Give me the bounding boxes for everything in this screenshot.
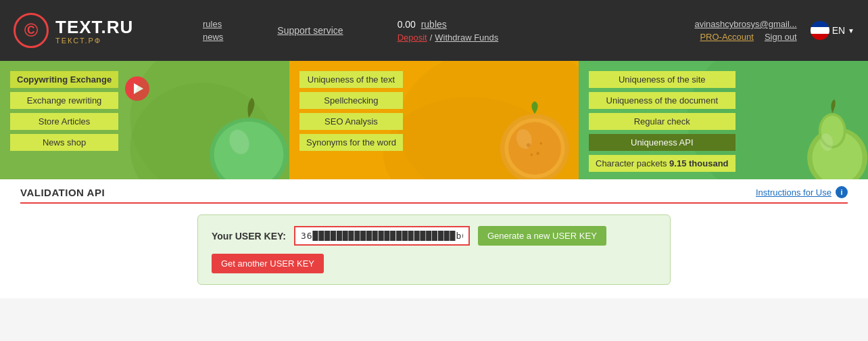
bottom-section: VALIDATION API Instructions for Use i Yo… — [0, 179, 868, 298]
logo-icon: © — [14, 13, 49, 48]
generate-key-button[interactable]: Generate a new USER KEY — [478, 226, 606, 246]
panel-uniqueness: Uniqueness of the site Uniqueness of the… — [579, 61, 868, 179]
character-packets-btn[interactable]: Character packets 9.15 thousand — [589, 155, 736, 172]
instructions-link[interactable]: Instructions for Use i — [756, 186, 848, 198]
withdraw-link[interactable]: Withdraw Funds — [435, 32, 498, 43]
panel3-buttons: Uniqueness of the site Uniqueness of the… — [589, 71, 736, 172]
svg-point-13 — [531, 154, 533, 156]
panel-text-tools: Uniqueness of the text Spellchecking SEO… — [289, 61, 579, 179]
header: © TEXT.RU ТЕКСТ.РФ rules news Support se… — [0, 0, 868, 61]
lang-label: EN — [832, 25, 845, 36]
uniqueness-site-btn[interactable]: Uniqueness of the site — [589, 71, 736, 88]
exchange-rewriting-btn[interactable]: Exchange rewriting — [10, 92, 118, 109]
key-input-wrapper — [294, 226, 470, 246]
another-key-button[interactable]: Get another USER KEY — [212, 254, 324, 273]
rubles-link[interactable]: rubles — [421, 19, 447, 30]
spellchecking-btn[interactable]: Spellchecking — [299, 92, 403, 109]
lang-selector[interactable]: EN ▼ — [811, 21, 854, 40]
copywriting-exchange-btn[interactable]: Copywriting Exchange — [10, 71, 118, 88]
balance-links: Deposit / Withdraw Funds — [397, 32, 499, 43]
panel-copywriting: Copywriting Exchange Exchange rewriting … — [0, 61, 289, 179]
play-button[interactable] — [125, 76, 149, 101]
uniqueness-doc-btn[interactable]: Uniqueness of the document — [589, 92, 736, 109]
signout-link[interactable]: Sign out — [765, 32, 797, 42]
svg-point-11 — [527, 143, 531, 147]
logo-c-letter: © — [24, 20, 39, 41]
info-icon: i — [836, 186, 848, 198]
nav-links: rules news — [203, 19, 223, 42]
key-label: Your USER KEY: — [212, 231, 286, 242]
logo-area: © TEXT.RU ТЕКСТ.РФ — [14, 13, 149, 48]
pear-icon — [794, 98, 868, 179]
news-link[interactable]: news — [203, 32, 223, 42]
regular-check-btn[interactable]: Regular check — [589, 113, 736, 130]
validation-header: VALIDATION API Instructions for Use i — [20, 186, 848, 204]
api-key-box: Your USER KEY: Generate a new USER KEY G… — [197, 214, 671, 285]
panel1-buttons: Copywriting Exchange Exchange rewriting … — [10, 71, 118, 151]
user-actions: PRO-Account Sign out — [700, 32, 796, 42]
uniqueness-text-btn[interactable]: Uniqueness of the text — [299, 71, 403, 88]
orange-icon — [491, 98, 579, 179]
rules-link[interactable]: rules — [203, 19, 223, 29]
support-link[interactable]: Support service — [277, 25, 343, 36]
store-articles-btn[interactable]: Store Articles — [10, 113, 118, 130]
synonyms-btn[interactable]: Synonyms for the word — [299, 134, 403, 151]
user-area: avinashcybrosys@gmail... PRO-Account Sig… — [694, 19, 796, 42]
user-email-link[interactable]: avinashcybrosys@gmail... — [694, 19, 796, 29]
seo-analysis-btn[interactable]: SEO Analysis — [299, 113, 403, 130]
pro-account-link[interactable]: PRO-Account — [700, 32, 753, 42]
banner-area: Copywriting Exchange Exchange rewriting … — [0, 61, 868, 179]
svg-point-14 — [539, 142, 542, 145]
balance-area: 0.00 rubles Deposit / Withdraw Funds — [397, 19, 499, 43]
flag-icon — [811, 21, 829, 40]
user-key-input[interactable] — [294, 226, 470, 246]
chevron-down-icon: ▼ — [848, 27, 854, 35]
validation-title: VALIDATION API — [20, 187, 105, 198]
main-content: Copywriting Exchange Exchange rewriting … — [0, 61, 868, 298]
another-key-row: Get another USER KEY — [212, 254, 656, 273]
panel2-buttons: Uniqueness of the text Spellchecking SEO… — [299, 71, 403, 151]
svg-point-12 — [536, 152, 539, 155]
balance-amount: 0.00 rubles — [397, 19, 499, 30]
logo-subtitle: ТЕКСТ.РФ — [55, 37, 133, 45]
news-shop-btn[interactable]: News shop — [10, 134, 118, 151]
play-icon — [134, 83, 143, 94]
logo-title: TEXT.RU — [55, 17, 133, 38]
apple-icon — [201, 91, 289, 179]
svg-point-9 — [508, 122, 561, 175]
deposit-link[interactable]: Deposit — [397, 32, 427, 43]
uniqueness-api-btn[interactable]: Uniqueness API — [589, 134, 736, 151]
key-row: Your USER KEY: Generate a new USER KEY — [212, 226, 656, 246]
logo-text-block: TEXT.RU ТЕКСТ.РФ — [55, 17, 133, 45]
